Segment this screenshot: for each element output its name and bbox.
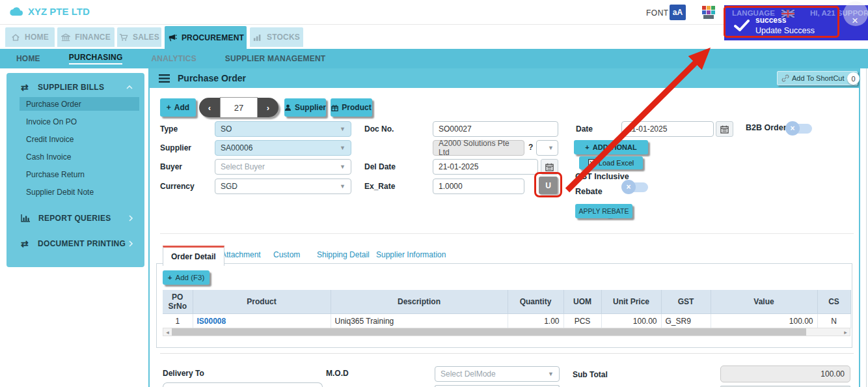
supplier-name-mini-dropdown[interactable]: ▼ bbox=[536, 140, 558, 156]
tab-procurement[interactable]: PROCUREMENT bbox=[165, 26, 247, 49]
window-edge bbox=[866, 68, 867, 387]
transfer-arrows-icon: ⇄ bbox=[21, 82, 29, 93]
product-button[interactable]: Product bbox=[331, 98, 372, 117]
annotation-box-toast bbox=[724, 6, 839, 38]
report-chart-icon bbox=[21, 214, 31, 222]
sidebar-section-document-printing[interactable]: ⇄ DOCUMENT PRINTING bbox=[21, 238, 138, 249]
sidebar-item-cash-invoice[interactable]: Cash Invoice bbox=[20, 150, 139, 164]
tab-stocks[interactable]: STOCKS bbox=[250, 27, 303, 47]
company-name: XYZ PTE LTD bbox=[28, 6, 90, 17]
sidebar-item-invoice-on-po[interactable]: Invoice On PO bbox=[20, 115, 139, 128]
supplier-code-dropdown[interactable]: SA00006▼ bbox=[215, 140, 351, 156]
cell-product-link[interactable]: IS00008 bbox=[193, 314, 331, 328]
load-excel-button[interactable]: Load Excel bbox=[579, 156, 643, 169]
sidebar-section-report-queries[interactable]: REPORT QUERIES bbox=[21, 214, 138, 223]
b2b-order-label: B2B Order bbox=[746, 123, 787, 132]
theme-palette-icon[interactable] bbox=[701, 5, 716, 23]
subnav-bar: HOME PURCHASING ANALYTICS SUPPLIER MANAG… bbox=[0, 49, 868, 68]
tab-supplier-information[interactable]: Supplier Information bbox=[376, 246, 446, 264]
apply-rebate-button[interactable]: APPLY REBATE bbox=[575, 204, 632, 218]
sidebar-item-purchase-return[interactable]: Purchase Return bbox=[20, 167, 139, 181]
tab-attachment[interactable]: Attachment bbox=[221, 246, 261, 264]
additional-button[interactable]: +ADDITIONAL bbox=[574, 140, 648, 154]
gift-icon bbox=[331, 104, 338, 111]
supplier-button[interactable]: Supplier bbox=[284, 98, 326, 117]
next-record-button[interactable]: › bbox=[258, 103, 278, 113]
bank-icon bbox=[61, 33, 70, 42]
mod-label: M.O.D bbox=[326, 369, 349, 378]
toggle-off-x-icon: × bbox=[621, 180, 636, 194]
b2b-order-toggle[interactable]: × bbox=[787, 124, 812, 134]
subnav-purchasing[interactable]: PURCHASING bbox=[69, 53, 123, 64]
app-window: XYZ PTE LTD FONT aA HOME FINANCE SALES P… bbox=[0, 0, 868, 387]
scroll-right-icon[interactable]: ▸ bbox=[841, 329, 850, 336]
doc-no-input[interactable] bbox=[433, 121, 558, 137]
col-unit-price: Unit Price bbox=[601, 290, 661, 314]
tab-sales[interactable]: SALES bbox=[117, 27, 161, 47]
mod-dropdown[interactable]: Select DelMode▼ bbox=[435, 366, 560, 382]
type-dropdown[interactable]: SO▼ bbox=[215, 121, 351, 137]
col-uom: UOM bbox=[563, 290, 601, 314]
scroll-left-icon[interactable]: ◂ bbox=[163, 329, 172, 336]
currency-dropdown[interactable]: SGD▼ bbox=[215, 179, 351, 194]
add-button[interactable]: +Add bbox=[160, 98, 196, 117]
shortcut-count-badge: 0 bbox=[847, 72, 860, 85]
ex-rate-input[interactable] bbox=[433, 179, 524, 194]
chevron-down-icon: ▼ bbox=[340, 183, 346, 190]
person-icon bbox=[284, 104, 292, 111]
del-date-input[interactable] bbox=[433, 159, 538, 175]
tab-home[interactable]: HOME bbox=[5, 27, 55, 47]
annotation-box-update-button bbox=[534, 172, 562, 197]
sidebar-item-supplier-debit-note[interactable]: Supplier Debit Note bbox=[20, 185, 139, 199]
panel-right-border bbox=[859, 68, 860, 387]
chevron-down-icon: ▼ bbox=[548, 145, 554, 151]
megaphone-icon bbox=[167, 33, 177, 42]
supplier-name-field: A2000 Solutions Pte Ltd bbox=[433, 140, 524, 156]
tab-shipping-detail[interactable]: Shipping Detail bbox=[317, 246, 370, 264]
date-calendar-icon[interactable] bbox=[716, 121, 733, 137]
order-lines-table: PO SrNo Product Description Quantity UOM… bbox=[163, 290, 851, 328]
delivery-to-input[interactable] bbox=[163, 382, 323, 387]
cell-uom: PCS bbox=[563, 314, 601, 328]
tab-order-detail[interactable]: Order Detail bbox=[163, 246, 224, 266]
font-size-icon[interactable]: aA bbox=[670, 5, 686, 20]
panel-left-border bbox=[148, 68, 150, 387]
font-label: FONT bbox=[646, 8, 669, 18]
supplier-help-mark[interactable]: ? bbox=[528, 143, 533, 152]
tab-custom[interactable]: Custom bbox=[273, 246, 300, 264]
sidebar-section-supplier-bills[interactable]: ⇄ SUPPLIER BILLS bbox=[21, 82, 138, 93]
buyer-dropdown[interactable]: Select Buyer▼ bbox=[215, 159, 351, 175]
col-gst: GST bbox=[661, 290, 711, 314]
add-to-shortcut-button[interactable]: Add To ShortCut 0 bbox=[777, 71, 858, 85]
cloud-logo-icon bbox=[8, 7, 23, 16]
sub-total-label: Sub Total bbox=[573, 370, 608, 379]
col-cs: CS bbox=[817, 290, 850, 314]
gst-inclusive-toggle[interactable]: × bbox=[623, 182, 648, 192]
footer-divider bbox=[160, 353, 854, 354]
subnav-analytics[interactable]: ANALYTICS bbox=[151, 54, 196, 63]
hamburger-menu-icon[interactable] bbox=[159, 74, 170, 83]
cell-gst: G_SR9 bbox=[661, 314, 711, 328]
col-po-srno: PO SrNo bbox=[163, 290, 193, 314]
chevron-down-icon: ▼ bbox=[340, 164, 346, 170]
scrollbar-thumb[interactable] bbox=[172, 328, 806, 336]
plus-icon: + bbox=[167, 103, 171, 112]
add-line-button[interactable]: +Add (F3) bbox=[163, 270, 210, 285]
type-label: Type bbox=[160, 124, 178, 134]
subnav-home[interactable]: HOME bbox=[16, 54, 40, 63]
sidebar-item-credit-invoice[interactable]: Credit Invoice bbox=[20, 132, 139, 146]
date-label: Date bbox=[576, 124, 593, 134]
date-input[interactable] bbox=[621, 121, 714, 137]
col-value: Value bbox=[711, 290, 817, 314]
chevron-right-icon bbox=[129, 240, 133, 247]
record-number-field[interactable]: 27 bbox=[220, 97, 258, 118]
tab-finance[interactable]: FINANCE bbox=[57, 27, 115, 47]
doc-no-label: Doc No. bbox=[364, 124, 394, 134]
table-header-row: PO SrNo Product Description Quantity UOM… bbox=[163, 290, 850, 314]
subnav-supplier-management[interactable]: SUPPLIER MANAGEMENT bbox=[225, 54, 325, 63]
chevron-right-icon bbox=[129, 215, 133, 222]
prev-record-button[interactable]: ‹ bbox=[199, 103, 220, 113]
avatar[interactable] bbox=[843, 1, 868, 26]
del-date-label: Del Date bbox=[364, 162, 396, 171]
sidebar-item-purchase-order[interactable]: Purchase Order bbox=[20, 97, 139, 111]
